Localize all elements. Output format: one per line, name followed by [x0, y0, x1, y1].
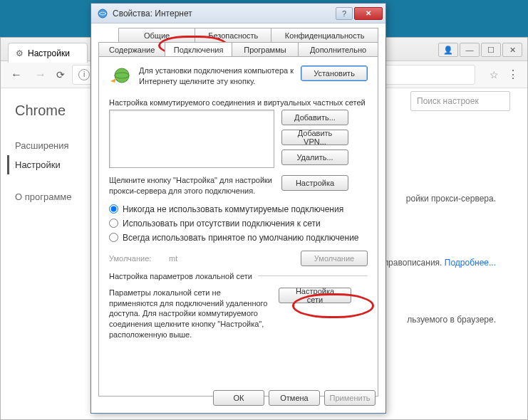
tab-privacy[interactable]: Конфиденциальность: [271, 28, 378, 42]
dialog-close-button[interactable]: ✕: [354, 7, 383, 20]
dialup-section-label: Настройка коммутируемого соединения и ви…: [109, 98, 368, 107]
tab-content[interactable]: Содержание: [98, 42, 165, 56]
radio-when-absent-input[interactable]: [109, 219, 118, 228]
minimize-button[interactable]: ―: [460, 43, 480, 57]
tab-general[interactable]: Общие: [118, 28, 195, 42]
default-value: mt: [169, 254, 292, 263]
ok-button[interactable]: ОК: [213, 390, 264, 406]
menu-icon[interactable]: ⋮: [506, 68, 520, 82]
maximize-button[interactable]: ☐: [481, 43, 501, 57]
tab-strip: Общие Безопасность Конфиденциальность Со…: [98, 28, 378, 56]
lan-text: Параметры локальной сети не применяются …: [109, 288, 271, 340]
radio-always-input[interactable]: [109, 233, 118, 242]
learn-more-link[interactable]: Подробнее...: [445, 258, 496, 268]
radio-never-input[interactable]: [109, 204, 118, 214]
sidebar-item-about[interactable]: О программе: [15, 187, 100, 206]
lan-divider: Настройка параметров локальной сети: [109, 272, 368, 280]
chrome-title: Chrome: [15, 103, 100, 119]
internet-properties-dialog: Свойства: Интернет ? ✕ Общие Безопасност…: [90, 3, 386, 414]
install-button[interactable]: Установить: [301, 65, 368, 81]
dialog-buttons: ОК Отмена Применить: [213, 390, 376, 406]
gear-icon: ⚙: [16, 48, 24, 58]
back-button[interactable]: ←: [8, 66, 25, 83]
setup-text: Для установки подключения компьютера к И…: [139, 65, 294, 87]
connections-panel: Для установки подключения компьютера к И…: [98, 56, 378, 397]
reload-button[interactable]: ⟳: [56, 69, 65, 80]
apply-button[interactable]: Применить: [324, 390, 376, 406]
connections-listbox[interactable]: [109, 110, 274, 168]
cancel-button[interactable]: Отмена: [269, 390, 320, 406]
chrome-sidebar: Chrome Расширения Настройки О программе: [1, 88, 100, 419]
lan-section-label: Настройка параметров локальной сети: [109, 272, 252, 280]
dialog-body: Общие Безопасность Конфиденциальность Со…: [91, 23, 385, 413]
browser-tab[interactable]: ⚙ Настройки: [8, 43, 88, 63]
help-button[interactable]: ?: [336, 7, 353, 20]
info-icon: i: [78, 69, 90, 80]
lan-settings-button[interactable]: Настройка сети: [279, 288, 351, 303]
default-label: Умолчание:: [109, 254, 160, 263]
internet-options-icon: [97, 8, 108, 19]
sidebar-item-settings[interactable]: Настройки: [7, 155, 100, 174]
forward-button[interactable]: →: [32, 66, 49, 83]
dial-radios: Никогда не использовать коммутируемые по…: [109, 202, 368, 245]
close-button[interactable]: ✕: [502, 43, 522, 57]
remove-button[interactable]: Удалить...: [281, 149, 348, 165]
radio-always[interactable]: Всегда использовать принятое по умолчани…: [109, 231, 368, 245]
dialog-titlebar: Свойства: Интернет ? ✕: [91, 4, 385, 23]
search-placeholder: Поиск настроек: [417, 96, 479, 106]
bookmark-icon[interactable]: ☆: [490, 69, 499, 80]
tab-advanced[interactable]: Дополнительно: [298, 42, 378, 56]
radio-when-absent[interactable]: Использовать при отсутствии подключения …: [109, 216, 368, 231]
tab-connections[interactable]: Подключения: [165, 42, 232, 56]
add-vpn-button[interactable]: Добавить VPN...: [281, 130, 348, 145]
radio-never[interactable]: Никогда не использовать коммутируемые по…: [109, 202, 368, 216]
proxy-text: Щелкните кнопку "Настройка" для настройк…: [109, 175, 274, 196]
svg-point-1: [115, 68, 129, 83]
tab-security[interactable]: Безопасность: [195, 28, 271, 42]
window-controls: 👤 ― ☐ ✕: [438, 43, 522, 57]
dialog-title: Свойства: Интернет: [113, 9, 336, 19]
user-icon[interactable]: 👤: [438, 43, 458, 57]
svg-point-0: [98, 9, 107, 18]
search-input[interactable]: Поиск настроек: [410, 91, 510, 111]
tab-programs[interactable]: Программы: [232, 42, 299, 56]
sidebar-item-extensions[interactable]: Расширения: [15, 136, 100, 155]
add-button[interactable]: Добавить...: [281, 110, 348, 125]
globe-wizard-icon: [109, 65, 132, 88]
tab-title: Настройки: [28, 48, 70, 58]
default-button[interactable]: Умолчание: [301, 251, 368, 266]
settings-button[interactable]: Настройка: [281, 175, 348, 191]
